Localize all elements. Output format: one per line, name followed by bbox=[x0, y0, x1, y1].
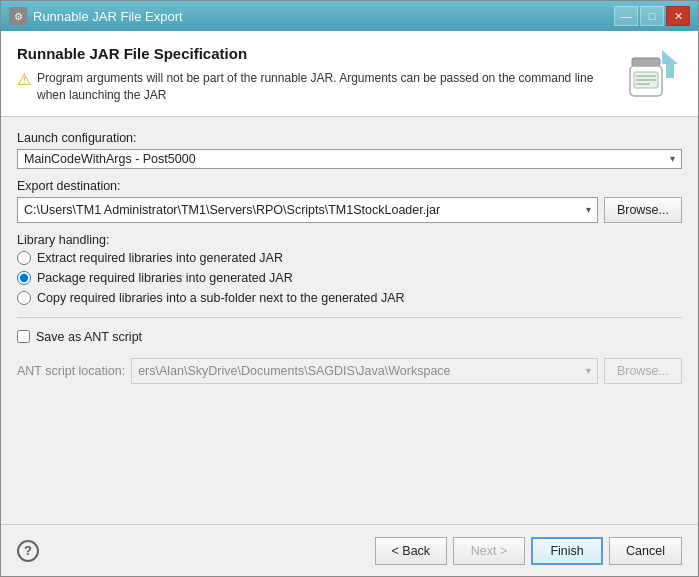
footer-left: ? bbox=[17, 540, 39, 562]
radio-copy-label: Copy required libraries into a sub-folde… bbox=[37, 291, 405, 305]
radio-extract[interactable] bbox=[17, 251, 31, 265]
radio-copy[interactable] bbox=[17, 291, 31, 305]
ant-script-row: Save as ANT script bbox=[17, 330, 682, 344]
svg-rect-1 bbox=[666, 64, 674, 78]
content-area: Runnable JAR File Specification ⚠ Progra… bbox=[1, 31, 698, 576]
form-area: Launch configuration: MainCodeWithArgs -… bbox=[1, 117, 698, 524]
header-section: Runnable JAR File Specification ⚠ Progra… bbox=[1, 31, 698, 117]
header-text: Runnable JAR File Specification ⚠ Progra… bbox=[17, 45, 622, 104]
maximize-button[interactable]: □ bbox=[640, 6, 664, 26]
page-title: Runnable JAR File Specification bbox=[17, 45, 622, 62]
export-dest-combo[interactable]: C:\Users\TM1 Administrator\TM1\Servers\R… bbox=[17, 197, 598, 223]
warning-icon: ⚠ bbox=[17, 70, 31, 89]
close-button[interactable]: ✕ bbox=[666, 6, 690, 26]
warning-text: Program arguments will not be part of th… bbox=[37, 70, 622, 104]
ant-location-label: ANT script location: bbox=[17, 364, 125, 378]
export-dest-label: Export destination: bbox=[17, 179, 682, 193]
svg-rect-2 bbox=[632, 58, 660, 66]
radio-package-label: Package required libraries into generate… bbox=[37, 271, 293, 285]
window-title: Runnable JAR File Export bbox=[33, 9, 183, 24]
export-dest-group: Export destination: C:\Users\TM1 Adminis… bbox=[17, 179, 682, 223]
ant-location-combo[interactable]: ers\Alan\SkyDrive\Documents\SAGDIS\Java\… bbox=[131, 358, 598, 384]
separator bbox=[17, 317, 682, 318]
footer-buttons: < Back Next > Finish Cancel bbox=[375, 537, 682, 565]
svg-marker-0 bbox=[662, 50, 678, 64]
title-controls: — □ ✕ bbox=[614, 6, 690, 26]
library-handling-group: Library handling: Extract required libra… bbox=[17, 233, 682, 305]
title-bar: ⚙ Runnable JAR File Export — □ ✕ bbox=[1, 1, 698, 31]
export-dest-value: C:\Users\TM1 Administrator\TM1\Servers\R… bbox=[24, 203, 586, 217]
back-button[interactable]: < Back bbox=[375, 537, 448, 565]
radio-package[interactable] bbox=[17, 271, 31, 285]
export-dest-row: C:\Users\TM1 Administrator\TM1\Servers\R… bbox=[17, 197, 682, 223]
cancel-button[interactable]: Cancel bbox=[609, 537, 682, 565]
ant-location-arrow: ▾ bbox=[586, 365, 591, 376]
ant-browse-button[interactable]: Browse... bbox=[604, 358, 682, 384]
radio-extract-label: Extract required libraries into generate… bbox=[37, 251, 283, 265]
launch-config-group: Launch configuration: MainCodeWithArgs -… bbox=[17, 131, 682, 169]
ant-checkbox[interactable] bbox=[17, 330, 30, 343]
title-bar-left: ⚙ Runnable JAR File Export bbox=[9, 7, 183, 25]
ant-location-value: ers\Alan\SkyDrive\Documents\SAGDIS\Java\… bbox=[138, 364, 586, 378]
radio-row-extract: Extract required libraries into generate… bbox=[17, 251, 682, 265]
warning-row: ⚠ Program arguments will not be part of … bbox=[17, 70, 622, 104]
finish-button[interactable]: Finish bbox=[531, 537, 603, 565]
window-icon: ⚙ bbox=[9, 7, 27, 25]
footer: ? < Back Next > Finish Cancel bbox=[1, 524, 698, 576]
jar-icon bbox=[626, 46, 678, 100]
main-window: ⚙ Runnable JAR File Export — □ ✕ Runnabl… bbox=[0, 0, 699, 577]
launch-config-combo[interactable]: MainCodeWithArgs - Post5000 ▾ bbox=[17, 149, 682, 169]
launch-config-arrow: ▾ bbox=[670, 153, 675, 164]
next-button[interactable]: Next > bbox=[453, 537, 525, 565]
export-dest-arrow: ▾ bbox=[586, 204, 591, 215]
help-button[interactable]: ? bbox=[17, 540, 39, 562]
export-browse-button[interactable]: Browse... bbox=[604, 197, 682, 223]
launch-config-label: Launch configuration: bbox=[17, 131, 682, 145]
ant-label: Save as ANT script bbox=[36, 330, 142, 344]
radio-row-package: Package required libraries into generate… bbox=[17, 271, 682, 285]
ant-location-row: ANT script location: ers\Alan\SkyDrive\D… bbox=[17, 358, 682, 384]
minimize-button[interactable]: — bbox=[614, 6, 638, 26]
launch-config-value: MainCodeWithArgs - Post5000 bbox=[24, 152, 670, 166]
radio-row-copy: Copy required libraries into a sub-folde… bbox=[17, 291, 682, 305]
library-radio-group: Extract required libraries into generate… bbox=[17, 251, 682, 305]
library-handling-label: Library handling: bbox=[17, 233, 682, 247]
header-image bbox=[622, 45, 682, 100]
